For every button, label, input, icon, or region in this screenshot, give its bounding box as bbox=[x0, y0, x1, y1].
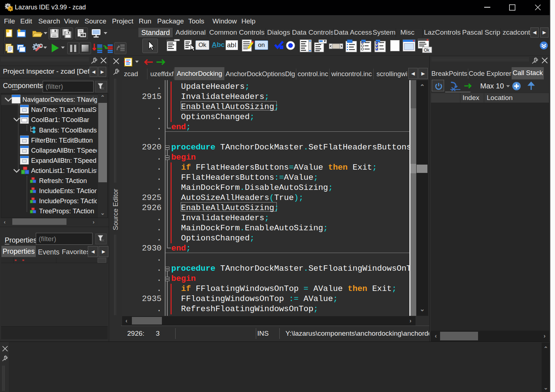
svg-text:Ok: Ok bbox=[424, 48, 430, 53]
